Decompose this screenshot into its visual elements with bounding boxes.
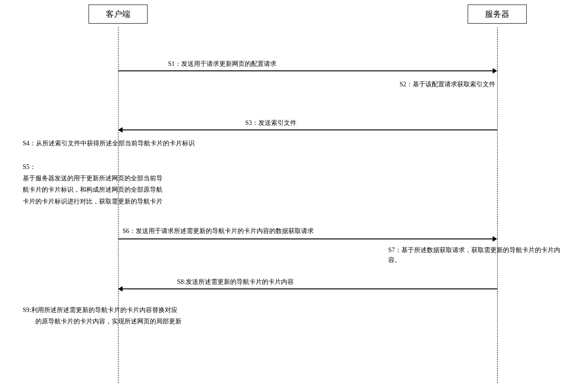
s6-label: S6：发送用于请求所述需更新的导航卡片的卡片内容的数据获取请求: [123, 227, 314, 235]
s3-arrow: [118, 127, 497, 133]
s1-label: S1：发送用于请求更新网页的配置请求: [168, 60, 277, 68]
s7-text: S7：基于所述数据获取请求，获取需更新的导航卡片的卡片内容。: [388, 245, 563, 266]
server-lifeline: [497, 27, 498, 383]
s9-text: S9:利用所述所述需更新的导航卡片的卡片内容替换对应 的原导航卡片的卡片内容，实…: [23, 304, 182, 327]
sequence-diagram: 客户端 服务器 S1：发送用于请求更新网页的配置请求 S2：基于该配置请求获取索…: [0, 0, 563, 392]
s6-arrow: [118, 236, 497, 242]
server-actor-box: 服务器: [468, 5, 527, 24]
server-label: 服务器: [485, 10, 509, 19]
s5-text: S5： 基于服务器发送的用于更新所述网页的全部当前导 航卡片的卡片标识，和构成所…: [23, 161, 163, 207]
s1-arrow: [118, 68, 497, 74]
s8-arrow: [118, 286, 497, 292]
s8-label: S8:发送所述需更新的导航卡片的卡片内容: [177, 278, 294, 286]
s4-text: S4：从所述索引文件中获得所述全部当前导航卡片的卡片标识: [23, 139, 195, 149]
client-label: 客户端: [106, 10, 130, 19]
s2-text: S2：基于该配置请求获取索引文件: [400, 79, 495, 89]
s3-label: S3：发送索引文件: [245, 119, 296, 127]
client-actor-box: 客户端: [89, 5, 148, 24]
